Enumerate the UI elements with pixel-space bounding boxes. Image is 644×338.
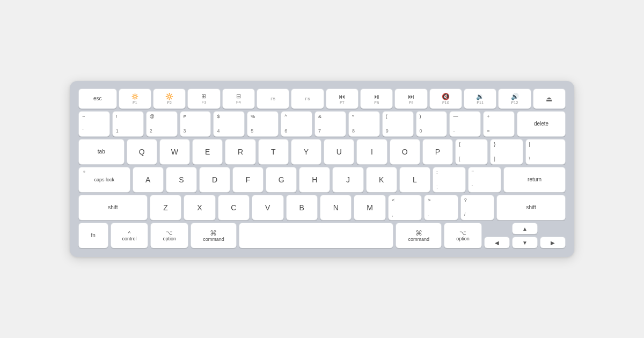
key-0[interactable]: ) 0 [416,111,448,137]
key-shift-left[interactable]: shift [78,195,148,221]
key-tab[interactable]: tab [78,139,125,165]
key-f2[interactable]: 🔆 F2 [153,89,186,109]
key-slash[interactable]: ? / [460,195,494,221]
key-t[interactable]: T [258,139,289,165]
key-f1[interactable]: 🔅 F1 [119,89,151,109]
key-y[interactable]: Y [291,139,321,165]
key-shift-right[interactable]: shift [496,195,566,221]
zxcv-row: shift Z X C V B N M < , > . ? / shift [78,195,566,221]
key-backslash[interactable]: | \ [525,139,566,165]
key-bracket-open[interactable]: { [ [455,139,488,165]
key-arrow-right[interactable]: ▶ [540,237,566,248]
key-d[interactable]: D [199,167,230,193]
key-a[interactable]: A [133,167,164,193]
asdf-row: caps lock A S D F G H J K L : ; " ' retu… [78,167,566,193]
key-f4[interactable]: ⊟ F4 [222,89,255,109]
key-w[interactable]: W [159,139,190,165]
key-f9[interactable]: ⏭ F9 [394,89,427,109]
key-x[interactable]: X [184,195,215,221]
key-semicolon[interactable]: : ; [433,167,466,193]
key-f3[interactable]: ⊞ F3 [187,89,220,109]
key-q[interactable]: Q [127,139,157,165]
key-1[interactable]: ! 1 [112,111,144,137]
key-3[interactable]: # 3 [180,111,211,137]
arrow-cluster: ▲ ◀ ▼ ▶ [484,223,566,248]
key-delete[interactable]: delete [517,111,566,137]
key-b[interactable]: B [286,195,318,221]
key-option-left[interactable]: ⌥ option [150,223,188,248]
key-backtick[interactable]: ~ ` [78,111,110,137]
key-i[interactable]: I [356,139,387,165]
key-f8[interactable]: ⏯ F8 [360,89,393,109]
key-f5[interactable]: F5 [257,89,289,109]
key-j[interactable]: J [332,167,363,193]
key-8[interactable]: * 8 [348,111,380,137]
key-v[interactable]: V [252,195,283,221]
key-n[interactable]: N [320,195,352,221]
key-fn[interactable]: fn [78,223,108,248]
key-h[interactable]: H [299,167,330,193]
fn-row: esc 🔅 F1 🔆 F2 ⊞ F3 ⊟ F4 F5 F6 ⏮ F7 ⏯ [78,89,566,109]
key-l[interactable]: L [399,167,430,193]
capslock-indicator [83,171,85,173]
key-2[interactable]: @ 2 [146,111,178,137]
key-f11[interactable]: 🔉 F11 [464,89,496,109]
key-u[interactable]: U [324,139,354,165]
key-return[interactable]: return [503,167,566,193]
key-7[interactable]: & 7 [314,111,346,137]
key-bracket-close[interactable]: } ] [490,139,523,165]
key-equal[interactable]: + = [483,111,515,137]
key-m[interactable]: M [354,195,385,221]
key-f10[interactable]: 🔇 F10 [429,89,462,109]
key-5[interactable]: % 5 [247,111,279,137]
key-p[interactable]: P [422,139,453,165]
qwerty-row: tab Q W E R T Y U I O P { [ } ] | \ [78,139,566,165]
key-s[interactable]: S [166,167,197,193]
keyboard: esc 🔅 F1 🔆 F2 ⊞ F3 ⊟ F4 F5 F6 ⏮ F7 ⏯ [70,81,574,257]
key-command-right[interactable]: ⌘ command [396,223,442,248]
key-esc[interactable]: esc [78,89,117,109]
key-o[interactable]: O [390,139,420,165]
key-space[interactable] [239,223,393,248]
key-eject[interactable]: ⏏ [533,89,566,109]
key-comma[interactable]: < , [388,195,422,221]
key-f7[interactable]: ⏮ F7 [326,89,358,109]
key-arrow-down[interactable]: ▼ [512,237,538,248]
key-r[interactable]: R [225,139,255,165]
number-row: ~ ` ! 1 @ 2 # 3 $ 4 % 5 ^ 6 & 7 [78,111,566,137]
key-f12[interactable]: 🔊 F12 [498,89,531,109]
key-z[interactable]: Z [150,195,181,221]
key-g[interactable]: G [266,167,297,193]
bottom-row: fn ^ control ⌥ option ⌘ command ⌘ comman… [78,223,566,248]
key-control[interactable]: ^ control [111,223,149,248]
key-command-left[interactable]: ⌘ command [191,223,237,248]
key-f6[interactable]: F6 [291,89,324,109]
key-option-right[interactable]: ⌥ option [444,223,482,248]
key-period[interactable]: > . [424,195,458,221]
key-k[interactable]: K [366,167,397,193]
key-minus[interactable]: — - [449,111,481,137]
key-arrow-up[interactable]: ▲ [512,223,538,234]
key-9[interactable]: ( 9 [382,111,414,137]
key-c[interactable]: C [218,195,250,221]
key-f[interactable]: F [232,167,264,193]
key-4[interactable]: $ 4 [213,111,245,137]
key-capslock[interactable]: caps lock [78,167,130,193]
key-e[interactable]: E [192,139,223,165]
key-quote[interactable]: " ' [468,167,501,193]
key-arrow-left[interactable]: ◀ [484,237,510,248]
key-6[interactable]: ^ 6 [281,111,312,137]
